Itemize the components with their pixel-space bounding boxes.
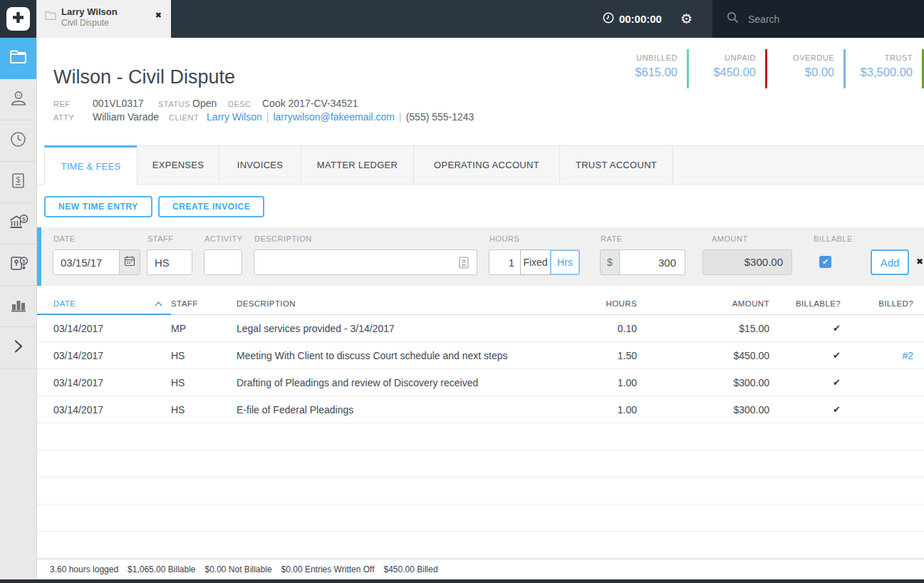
hours-input[interactable]: [489, 249, 521, 275]
gear-icon[interactable]: ⚙: [680, 11, 692, 27]
table-row[interactable]: 03/14/2017 MP Legal services provided - …: [37, 315, 924, 342]
cell-staff: HS: [171, 377, 237, 388]
summary-overdue[interactable]: OVERDUE $0.00: [767, 49, 846, 88]
summary-unpaid[interactable]: UNPAID $450.00: [689, 49, 767, 88]
atty-label: ATTY: [53, 113, 93, 122]
column-header-date[interactable]: DATE: [37, 293, 171, 315]
hrs-toggle-button[interactable]: Hrs: [550, 249, 580, 275]
tab-matter-ledger[interactable]: MATTER LEDGER: [301, 145, 413, 185]
matter-tab-text: Larry Wilson Civil Dispute: [61, 6, 118, 38]
new-item-button[interactable]: [6, 7, 30, 31]
rate-input[interactable]: [619, 249, 685, 275]
summary-unbilled[interactable]: UNBILLED $615.00: [611, 49, 689, 88]
client-name-link[interactable]: Larry Wilson: [207, 111, 262, 123]
billable-checkbox[interactable]: ✔: [819, 256, 831, 268]
sidebar-item-trust-account[interactable]: $: [0, 244, 36, 286]
cell-description: E-file of Federal Pleadings: [237, 404, 559, 416]
table-row[interactable]: 03/14/2017 HS E-file of Federal Pleading…: [37, 396, 924, 423]
cell-amount: $300.00: [637, 377, 769, 388]
matter-tab-subtitle: Civil Dispute: [61, 18, 118, 29]
sidebar-item-time[interactable]: [0, 120, 36, 162]
time-entries-table: DATE STAFF DESCRIPTION HOURS AMOUNT BILL…: [37, 293, 924, 559]
column-header-billable[interactable]: BILLABLE?: [769, 299, 848, 308]
column-header-hours[interactable]: HOURS: [559, 299, 637, 308]
text-snippet-icon[interactable]: [459, 257, 469, 272]
quick-add-time-entry-form: DATE STAFF ACTIVITY DESCRIPTION HOURS RA…: [37, 227, 924, 286]
cell-amount: $450.00: [637, 350, 769, 361]
staff-input[interactable]: [147, 249, 192, 275]
empty-row: [37, 450, 924, 478]
column-header-amount[interactable]: AMOUNT: [637, 299, 769, 308]
plus-icon: [9, 9, 27, 29]
separator: |: [395, 111, 406, 123]
matter-info-row-2: ATTY William Varade CLIENT Larry Wilson …: [53, 111, 474, 124]
tabs-lead-spacer: [37, 145, 44, 185]
desc-value: Cook 2017-CV-34521: [262, 98, 358, 109]
date-header-label: DATE: [53, 299, 76, 308]
client-phone: (555) 555-1243: [406, 111, 474, 123]
open-matter-tab[interactable]: Larry Wilson Civil Dispute ✖: [37, 0, 171, 38]
date-input[interactable]: [53, 250, 119, 274]
summary-value: $615.00: [611, 66, 678, 79]
cell-description: Legal services provided - 3/14/2017: [237, 323, 559, 334]
sidebar-item-matters[interactable]: [0, 38, 36, 79]
tab-operating-account[interactable]: OPERATING ACCOUNT: [413, 145, 559, 185]
add-entry-button[interactable]: Add: [871, 249, 909, 275]
billable-check-icon: ✔: [769, 323, 848, 334]
activity-field-label: ACTIVITY: [204, 234, 243, 243]
folder-icon: [45, 10, 56, 38]
empty-row: [37, 423, 924, 450]
top-bar: Larry Wilson Civil Dispute ✖ 00:00:00 ⚙: [37, 0, 924, 38]
calendar-picker-button[interactable]: [119, 250, 140, 274]
sidebar-item-expand[interactable]: [0, 327, 36, 368]
tabs-fill: [673, 145, 924, 185]
staff-field-label: STAFF: [147, 234, 174, 243]
sidebar-item-reports[interactable]: [0, 286, 36, 327]
summary-value: $3,500.00: [846, 66, 913, 79]
activity-input[interactable]: [204, 249, 242, 275]
matter-content: UNBILLED $615.00 UNPAID $450.00 OVERDUE …: [37, 38, 924, 579]
tab-trust-account[interactable]: TRUST ACCOUNT: [559, 145, 673, 185]
search-input[interactable]: [748, 14, 891, 25]
tab-invoices[interactable]: INVOICES: [219, 145, 301, 185]
sidebar-item-billing[interactable]: $: [0, 162, 36, 203]
desc-label: DESC: [228, 100, 262, 108]
column-header-description[interactable]: DESCRIPTION: [237, 299, 559, 308]
table-footer-summary: 3.60 hours logged $1,065.00 Billable $0.…: [37, 559, 924, 580]
sidebar-item-contacts[interactable]: [0, 79, 36, 120]
cell-date: 03/14/2017: [37, 323, 171, 334]
amount-field-label: AMOUNT: [712, 234, 748, 243]
summary-label: OVERDUE: [767, 53, 834, 62]
description-input[interactable]: [254, 249, 477, 275]
cell-hours: 0.10: [559, 323, 637, 334]
form-accent-bar: [37, 227, 41, 286]
sidebar-item-operating-account[interactable]: $: [0, 203, 36, 244]
global-search: [712, 0, 924, 38]
table-row[interactable]: 03/14/2017 HS Drafting of Pleadings and …: [37, 369, 924, 396]
cell-amount: $15.00: [637, 323, 769, 334]
matter-tabs: TIME & FEES EXPENSES INVOICES MATTER LED…: [37, 145, 924, 185]
matters-folder-icon: [9, 48, 28, 68]
sidebar-header: [0, 0, 36, 38]
cell-staff: MP: [171, 323, 237, 334]
tab-expenses[interactable]: EXPENSES: [137, 145, 219, 185]
timer-widget[interactable]: 00:00:00: [603, 0, 662, 38]
close-form-icon[interactable]: ✖: [916, 257, 923, 267]
column-header-staff[interactable]: STAFF: [171, 299, 237, 308]
actions-row: NEW TIME ENTRY CREATE INVOICE: [44, 196, 264, 217]
column-header-billed[interactable]: BILLED?: [848, 299, 924, 308]
svg-text:$: $: [22, 258, 26, 264]
table-row[interactable]: 03/14/2017 HS Meeting With Client to dis…: [37, 342, 924, 369]
cell-staff: HS: [171, 404, 237, 416]
new-time-entry-button[interactable]: NEW TIME ENTRY: [44, 196, 152, 217]
invoice-number-link[interactable]: #2: [848, 350, 924, 361]
fixed-toggle-button[interactable]: Fixed: [520, 249, 551, 275]
cell-date: 03/14/2017: [37, 404, 171, 416]
summary-trust[interactable]: TRUST $3,500.00: [846, 49, 924, 88]
cell-amount: $300.00: [637, 404, 769, 416]
close-icon[interactable]: ✖: [155, 11, 162, 20]
cell-staff: HS: [171, 350, 237, 361]
tab-time-and-fees[interactable]: TIME & FEES: [44, 145, 137, 185]
create-invoice-button[interactable]: CREATE INVOICE: [158, 196, 265, 217]
client-email-link[interactable]: larrywilson@fakeemail.com: [273, 111, 395, 123]
